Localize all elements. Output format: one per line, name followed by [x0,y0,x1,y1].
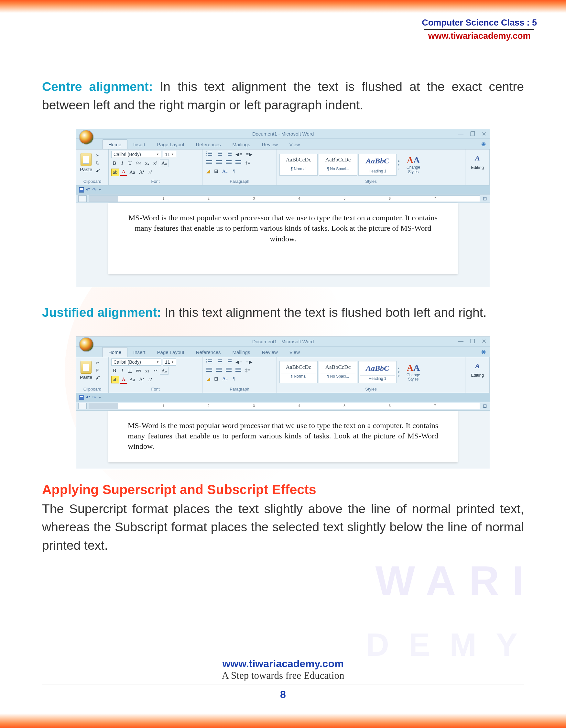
decrease-indent-button[interactable]: ◀≡ [234,358,243,366]
office-button[interactable] [79,130,94,145]
format-painter-button[interactable]: 🖌 [94,167,101,173]
help-icon[interactable]: ◉ [481,348,486,355]
justify-button[interactable] [234,367,243,374]
redo-button[interactable]: ↷ [92,394,96,401]
line-spacing-button[interactable]: ‡≡ [244,160,252,166]
multilevel-list-button[interactable] [225,358,233,366]
grow-font-button[interactable]: A▴ [138,169,146,176]
underline-button[interactable]: U [127,367,133,374]
shading-button[interactable]: ◢ [205,168,212,175]
line-spacing-button[interactable]: ‡≡ [244,367,252,374]
highlight-button[interactable]: ab [111,376,119,383]
align-right-button[interactable] [225,159,233,166]
save-button[interactable] [79,395,84,400]
shrink-font-button[interactable]: A▾ [147,377,154,383]
copy-button[interactable]: ⎘ [94,160,101,166]
help-icon[interactable]: ◉ [481,141,486,147]
clear-formatting-button[interactable]: Aₐ [160,367,169,375]
tab-page-layout[interactable]: Page Layout [151,347,190,357]
superscript-button[interactable]: x² [152,160,159,167]
maximize-button[interactable]: ❐ [470,338,475,345]
redo-button[interactable]: ↷ [92,187,96,193]
subscript-button[interactable]: x₂ [144,160,151,167]
view-ruler-button[interactable] [78,195,87,202]
tab-view[interactable]: View [283,347,305,357]
tab-view[interactable]: View [283,140,305,149]
align-center-button[interactable] [215,159,223,166]
document-area[interactable]: MS-Word is the most popular word process… [76,411,490,469]
editing-label[interactable]: Editing [468,373,487,378]
tab-insert[interactable]: Insert [128,347,151,357]
highlight-button[interactable]: ab [111,169,119,176]
style-heading-1[interactable]: AaBbC Heading 1 [358,154,396,176]
font-color-button[interactable]: A [120,376,127,384]
cut-button[interactable]: ✂ [94,152,101,159]
find-icon[interactable]: A [468,362,487,370]
font-name-combo[interactable]: Calibri (Body)▼ [111,151,161,158]
qat-customize[interactable]: ▼ [98,396,102,399]
align-left-button[interactable] [205,367,214,374]
change-case-button[interactable]: Aa [128,169,137,176]
borders-button[interactable]: ⊞ [213,375,220,382]
bold-button[interactable]: B [111,367,118,374]
tab-review[interactable]: Review [256,140,283,149]
tab-review[interactable]: Review [256,347,283,357]
editing-label[interactable]: Editing [468,165,487,170]
italic-button[interactable]: I [119,367,126,374]
change-styles-button[interactable]: AA Change Styles [404,155,423,174]
tab-references[interactable]: References [190,347,227,357]
subscript-button[interactable]: x₂ [144,367,151,374]
horizontal-ruler[interactable]: 1 2 3 4 5 6 7 [89,195,480,202]
increase-indent-button[interactable]: ≡▶ [245,151,254,158]
strikethrough-button[interactable]: abc [135,368,143,374]
tab-references[interactable]: References [190,140,227,149]
decrease-indent-button[interactable]: ◀≡ [234,151,243,158]
close-button[interactable]: ✕ [482,338,486,345]
tab-home[interactable]: Home [102,139,128,149]
tab-mailings[interactable]: Mailings [227,347,256,357]
qat-customize[interactable]: ▼ [98,188,102,192]
align-center-button[interactable] [215,367,223,374]
ruler-toggle-icon[interactable]: ⊡ [480,403,490,409]
grow-font-button[interactable]: A▴ [138,376,146,383]
style-no-spacing[interactable]: AaBbCcDc ¶ No Spaci... [319,154,357,176]
find-icon[interactable]: A [468,154,487,162]
style-normal[interactable]: AaBbCcDc ¶ Normal [280,154,317,176]
minimize-button[interactable]: — [458,338,463,345]
bullets-button[interactable] [205,151,214,158]
styles-expand-button[interactable]: ▴▾▿ [398,159,402,171]
undo-button[interactable]: ↶ [86,187,90,193]
align-left-button[interactable] [205,159,214,166]
tab-page-layout[interactable]: Page Layout [151,140,190,149]
shading-button[interactable]: ◢ [205,375,212,382]
style-no-spacing[interactable]: AaBbCcDc ¶ No Spaci... [319,361,357,383]
font-color-button[interactable]: A [120,168,127,176]
style-normal[interactable]: AaBbCcDc ¶ Normal [280,361,317,383]
borders-button[interactable]: ⊞ [213,168,220,175]
multilevel-list-button[interactable] [225,151,233,158]
increase-indent-button[interactable]: ≡▶ [245,358,254,366]
tab-mailings[interactable]: Mailings [227,140,256,149]
view-ruler-button[interactable] [78,403,87,409]
show-hide-button[interactable]: ¶ [231,168,237,175]
justify-button[interactable] [234,159,243,166]
italic-button[interactable]: I [119,160,126,167]
office-button[interactable] [79,337,94,352]
font-size-combo[interactable]: 11▼ [163,151,176,158]
underline-button[interactable]: U [127,160,133,167]
minimize-button[interactable]: — [458,130,463,138]
sort-button[interactable]: A↓ [221,375,229,382]
paste-button[interactable]: Paste [79,360,93,386]
paste-button[interactable]: Paste [79,152,93,178]
numbering-button[interactable] [215,151,223,158]
clear-formatting-button[interactable]: Aₐ [160,159,169,167]
undo-button[interactable]: ↶ [86,394,90,401]
ruler-toggle-icon[interactable]: ⊡ [480,196,490,202]
tab-insert[interactable]: Insert [128,140,151,149]
document-area[interactable]: MS-Word is the most popular word process… [76,203,490,287]
tab-home[interactable]: Home [102,347,128,357]
save-button[interactable] [79,187,84,193]
close-button[interactable]: ✕ [482,130,486,138]
font-name-combo[interactable]: Calibri (Body)▼ [111,358,161,366]
cut-button[interactable]: ✂ [94,360,101,366]
